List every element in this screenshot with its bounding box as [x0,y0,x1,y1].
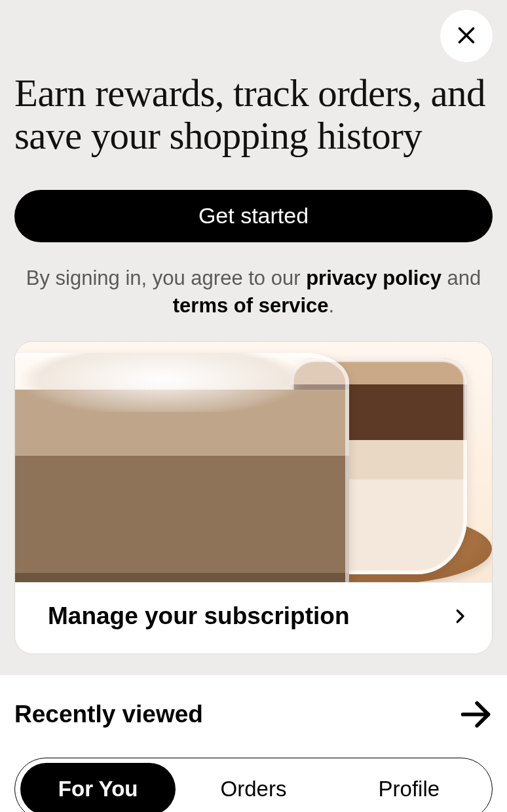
tab-profile[interactable]: Profile [331,763,487,812]
iced-coffee-glass-large [15,353,349,583]
close-button[interactable] [440,10,493,62]
tab-for-you[interactable]: For You [20,763,176,812]
legal-prefix: By signing in, you agree to our [26,267,306,289]
lower-section: Recently viewed For You Orders Profile [0,675,507,812]
privacy-policy-link[interactable]: privacy policy [306,267,441,289]
manage-subscription-row[interactable]: Manage your subscription [15,583,492,654]
subscription-card: Manage your subscription [14,341,493,654]
legal-and: and [441,267,481,289]
terms-of-service-link[interactable]: terms of service [173,294,329,317]
close-icon [455,24,478,49]
recently-viewed-label: Recently viewed [14,701,203,728]
hero-headline: Earn rewards, track orders, and save you… [14,10,493,157]
chevron-right-icon [450,606,470,626]
legal-suffix: . [329,294,335,317]
legal-text: By signing in, you agree to our privacy … [14,265,493,320]
bottom-tab-bar: For You Orders Profile [14,758,493,812]
get-started-button[interactable]: Get started [14,190,493,242]
subscription-card-image [15,342,492,583]
manage-subscription-label: Manage your subscription [48,602,350,630]
tab-orders[interactable]: Orders [176,763,331,812]
section-spacer [14,654,493,675]
signin-hero-section: Earn rewards, track orders, and save you… [0,0,507,675]
arrow-right-icon [459,697,493,731]
recently-viewed-row[interactable]: Recently viewed [14,697,493,731]
